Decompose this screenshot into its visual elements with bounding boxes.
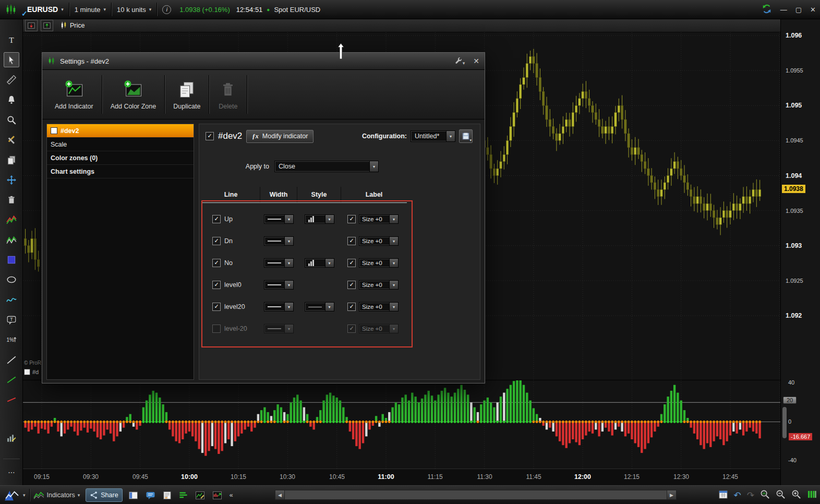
economic-calendar-button[interactable] (718, 489, 728, 501)
indicator-tool[interactable] (4, 212, 19, 227)
scroll-right-button[interactable]: ▶ (667, 490, 677, 500)
dialog-titlebar[interactable]: Settings - #dev2 ▾ ✕ (42, 53, 485, 70)
settings-list-item[interactable]: #dev2 (47, 124, 194, 138)
zoom-out-button[interactable] (776, 489, 786, 501)
label-size-select[interactable]: Size +0▾ (359, 324, 399, 333)
apply-to-select[interactable]: Close ▾ (274, 161, 379, 172)
chart-scrollbar[interactable]: ◀ ▶ (275, 490, 677, 500)
line-width-select[interactable]: ▾ (264, 302, 294, 311)
line-visibility-checkbox[interactable]: ✓ (212, 237, 221, 245)
maximize-button[interactable]: ▢ (795, 6, 802, 14)
label-visibility-checkbox[interactable]: ✓ (347, 303, 356, 311)
trendline-up-tool[interactable] (4, 373, 19, 387)
collapse-toolbar-button[interactable]: « (226, 486, 237, 504)
label-size-select[interactable]: Size +0▾ (359, 236, 399, 246)
line-visibility-checkbox[interactable]: ✓ (212, 259, 221, 267)
refresh-icon[interactable] (762, 4, 772, 16)
zoom-tool[interactable] (4, 112, 19, 127)
select-tool[interactable] (4, 52, 19, 67)
add-indicator-button[interactable]: Add Indicator (46, 79, 102, 110)
chart-export-button[interactable] (209, 486, 226, 504)
units-select[interactable]: 10 k units ▾ (112, 0, 156, 19)
news-button[interactable] (159, 486, 175, 504)
dialog-close-button[interactable]: ✕ (473, 57, 479, 65)
price-pane-tab[interactable]: Price (56, 20, 89, 31)
minimize-button[interactable]: — (780, 6, 787, 14)
save-configuration-button[interactable]: ▾ (459, 129, 473, 143)
timeframe-select[interactable]: 1 minute ▾ (69, 0, 111, 19)
modify-indicator-button[interactable]: ƒx Modify indicator (246, 130, 313, 143)
line-style-select[interactable]: ▾ (305, 258, 334, 268)
label-visibility-checkbox[interactable]: ✓ (347, 259, 356, 267)
label-visibility-checkbox[interactable]: ✓ (347, 281, 356, 289)
zoom-history-button[interactable] (760, 489, 770, 501)
chat-button[interactable] (142, 486, 159, 504)
collapse-pane-down-button[interactable] (25, 20, 38, 31)
note-tool[interactable]: T (4, 313, 19, 327)
expand-pane-up-button[interactable] (41, 20, 53, 31)
line-width-select[interactable]: ▾ (264, 324, 294, 333)
label-visibility-checkbox[interactable]: ✓ (347, 237, 356, 245)
line-style-select[interactable]: ▾ (305, 302, 334, 311)
scroll-left-button[interactable]: ◀ (275, 490, 285, 500)
chart-notes-tool[interactable] (4, 431, 19, 446)
app-logo[interactable]: ▾ (0, 486, 29, 504)
percent-tool[interactable]: 1% (4, 332, 19, 347)
price-axis[interactable]: 1.0938 -16.667 1.0961.09551.0951.09451.0… (780, 19, 820, 485)
ruler-tool[interactable] (4, 73, 19, 87)
delete-tool[interactable] (4, 193, 19, 207)
app-logo-icon[interactable] (0, 0, 22, 19)
line-style-select[interactable]: ▾ (305, 214, 334, 224)
label-size-select[interactable]: Size +0▾ (359, 258, 399, 268)
more-tools[interactable]: ⋯ (4, 465, 19, 480)
indicator-axis-boxed-label[interactable]: 20 (783, 397, 797, 404)
symbol-select[interactable]: EURUSD ▾ (22, 0, 69, 19)
settings-list-item[interactable]: Color zones (0) (47, 151, 194, 165)
market-depth-button[interactable] (175, 486, 191, 504)
line-visibility-checkbox[interactable] (212, 325, 221, 333)
line-visibility-checkbox[interactable]: ✓ (212, 303, 221, 311)
scrollbar-track[interactable] (285, 490, 667, 500)
instrument-info-button[interactable]: i (157, 0, 176, 19)
duplicate-tool[interactable] (4, 152, 19, 167)
chart-edit-button[interactable] (191, 486, 209, 504)
line-width-select[interactable]: ▾ (264, 236, 294, 246)
multi-indicator-tool[interactable] (4, 232, 19, 247)
settings-list-item[interactable]: Chart settings (47, 165, 194, 178)
indicator-legend[interactable]: #d (24, 369, 42, 375)
zoom-in-button[interactable] (791, 489, 801, 501)
zone-tool[interactable] (4, 253, 19, 267)
line-visibility-checkbox[interactable]: ✓ (212, 215, 221, 223)
trendline-down-tool[interactable] (4, 392, 19, 407)
configuration-select[interactable]: Untitled* ▾ (411, 130, 455, 142)
column-view-button[interactable] (807, 490, 817, 501)
dialog-settings-button[interactable]: ▾ (454, 56, 465, 66)
indicators-button[interactable]: Indicators ▾ (30, 486, 84, 504)
line-width-select[interactable]: ▾ (264, 280, 294, 290)
wave-tool[interactable] (4, 292, 19, 307)
undo-button[interactable]: ↶ (734, 490, 741, 501)
label-visibility-checkbox[interactable]: ✓ (347, 325, 356, 333)
indicator-visibility-checkbox[interactable]: ✓ (206, 132, 214, 140)
axis-scrollbar-thumb[interactable] (782, 407, 787, 438)
duplicate-button[interactable]: Duplicate (165, 79, 209, 110)
text-tool[interactable]: T (4, 32, 19, 47)
indicator-pane[interactable] (23, 380, 780, 469)
ellipse-tool[interactable] (4, 272, 19, 287)
line-width-select[interactable]: ▾ (264, 258, 294, 268)
line-visibility-checkbox[interactable]: ✓ (212, 281, 221, 289)
tools-menu[interactable] (4, 133, 19, 147)
label-size-select[interactable]: Size +0▾ (359, 302, 399, 311)
label-visibility-checkbox[interactable]: ✓ (347, 215, 356, 223)
label-size-select[interactable]: Size +0▾ (359, 214, 399, 224)
label-size-select[interactable]: Size +0▾ (359, 280, 399, 290)
time-axis[interactable]: 09:1509:3009:4510:0010:1510:3010:4511:00… (23, 469, 780, 486)
alert-tool[interactable] (4, 92, 19, 107)
settings-list-item[interactable]: Scale (47, 138, 194, 151)
line-width-select[interactable]: ▾ (264, 214, 294, 224)
workspace-button[interactable] (125, 486, 142, 504)
line-tool[interactable] (4, 353, 19, 367)
add-color-zone-button[interactable]: Add Color Zone (102, 79, 165, 110)
close-button[interactable]: ✕ (810, 6, 816, 14)
move-tool[interactable] (4, 172, 19, 187)
